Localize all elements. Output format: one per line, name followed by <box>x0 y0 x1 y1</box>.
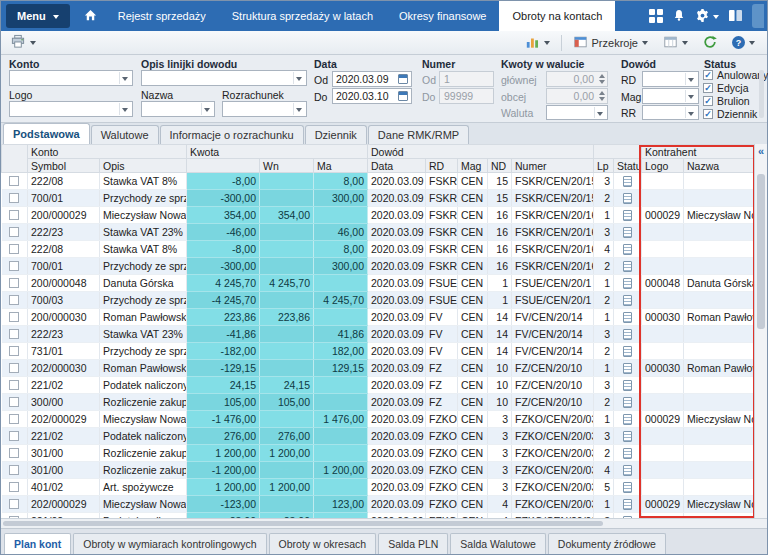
data-do-field[interactable]: 2020.03.10 <box>332 88 412 104</box>
vertical-scrollbar-thumb[interactable] <box>757 174 765 329</box>
horizontal-scrollbar-thumb[interactable] <box>3 521 603 526</box>
kwota-glownej-field[interactable]: 0,00 <box>546 71 608 87</box>
table-row[interactable]: 221/02Podatek naliczony VA24,1524,152020… <box>2 377 755 394</box>
column-header-rd[interactable]: RD <box>426 159 458 173</box>
select-column-header[interactable] <box>2 145 28 173</box>
column-header-lp[interactable]: Lp <box>594 159 614 173</box>
home-button[interactable] <box>77 1 105 31</box>
layout-panels-button[interactable] <box>728 9 743 24</box>
notifications-button[interactable] <box>672 8 686 25</box>
column-header-data[interactable]: Data <box>368 159 426 173</box>
logo-combo[interactable] <box>9 101 133 117</box>
view-tab[interactable]: Dane RMK/RMP <box>368 125 469 144</box>
row-checkbox[interactable] <box>9 465 19 475</box>
table-row[interactable]: 700/03Przychody ze sprzeda-4 245,704 245… <box>2 292 755 309</box>
row-checkbox[interactable] <box>9 380 19 390</box>
rd-combo[interactable] <box>642 71 699 87</box>
table-row[interactable]: 700/01Przychody ze sprzeda-300,00300,002… <box>2 190 755 207</box>
opis-combo[interactable] <box>141 70 307 86</box>
row-checkbox[interactable] <box>9 295 19 305</box>
row-checkbox[interactable] <box>9 482 19 492</box>
row-checkbox[interactable] <box>9 329 19 339</box>
row-checkbox[interactable] <box>9 176 19 186</box>
group-header-kwota[interactable]: Kwota <box>187 145 368 159</box>
column-header-logo[interactable]: Logo <box>642 159 684 173</box>
horizontal-scrollbar[interactable] <box>1 518 767 528</box>
table-row[interactable]: 221/02Podatek naliczony VA276,00276,0020… <box>2 428 755 445</box>
column-header-kwota-value[interactable] <box>187 159 260 173</box>
column-header-opis[interactable]: Opis <box>100 159 187 173</box>
edge-panel-button[interactable] <box>752 4 764 28</box>
view-tab[interactable]: Dziennik <box>305 125 367 144</box>
topbar-tab[interactable]: Okresy finansowe <box>386 1 499 31</box>
column-header-ma[interactable]: Ma <box>314 159 368 173</box>
collapse-panel-chevron[interactable]: « <box>755 144 767 160</box>
view-tab[interactable]: Walutowe <box>91 125 159 144</box>
row-checkbox[interactable] <box>9 397 19 407</box>
table-row[interactable]: 301/00Rozliczenie zakupu m-1 200,001 200… <box>2 462 755 479</box>
bottom-tab[interactable]: Plan kont <box>4 533 71 554</box>
table-row[interactable]: 202/000029Mieczysław Nowakow-123,00123,0… <box>2 496 755 513</box>
table-row[interactable]: 202/000030Roman Pawłowski-129,15129,1520… <box>2 360 755 377</box>
data-od-field[interactable]: 2020.03.09 <box>332 71 412 87</box>
bottom-tab[interactable]: Obroty w okresach <box>269 533 377 554</box>
help-button[interactable]: ? <box>728 34 759 51</box>
column-header-mag[interactable]: Mag <box>458 159 488 173</box>
mag-combo[interactable] <box>642 88 699 104</box>
table-row[interactable]: 222/23Stawka VAT 23%-46,0046,002020.03.0… <box>2 224 755 241</box>
table-row[interactable]: 222/08Stawka VAT 8%-8,008,002020.03.09FS… <box>2 173 755 190</box>
view-tab[interactable]: Informacje o rozrachunku <box>160 125 304 144</box>
table-row[interactable]: 202/000029Mieczysław Nowakow-1 476,001 4… <box>2 411 755 428</box>
group-header-dowod[interactable]: Dowód <box>368 145 594 159</box>
przekroje-button[interactable]: Przekroje <box>569 33 652 53</box>
waluta-combo[interactable] <box>546 105 608 120</box>
numer-do-field[interactable]: 99999 <box>439 88 494 104</box>
bottom-tab[interactable]: Salda Walutowe <box>450 533 545 554</box>
column-header-nazwa[interactable]: Nazwa <box>684 159 755 173</box>
view-table-button[interactable] <box>659 33 692 53</box>
row-checkbox[interactable] <box>9 414 19 424</box>
column-header-numer[interactable]: Numer <box>512 159 594 173</box>
status-list-scrollbar[interactable] <box>759 70 764 118</box>
table-row[interactable]: 731/01Przychody ze sprzeda-182,00182,002… <box>2 343 755 360</box>
row-checkbox[interactable] <box>9 363 19 373</box>
column-header-nd[interactable]: ND <box>488 159 512 173</box>
column-header-status[interactable]: Status <box>614 159 642 173</box>
table-row[interactable]: 401/02Art. spożywcze1 200,001 200,002020… <box>2 479 755 496</box>
bottom-tab[interactable]: Dokumenty źródłowe <box>548 533 666 554</box>
table-row[interactable]: 200/000029Mieczysław Nowakow354,00354,00… <box>2 207 755 224</box>
topbar-tab[interactable]: Rejestr sprzedaży <box>105 1 219 31</box>
chart-button[interactable] <box>521 33 554 53</box>
row-checkbox[interactable] <box>9 210 19 220</box>
kwota-obcej-field[interactable]: 0,00 <box>546 88 608 104</box>
vertical-scrollbar[interactable]: « <box>754 144 767 518</box>
row-checkbox[interactable] <box>9 448 19 458</box>
row-checkbox[interactable] <box>9 346 19 356</box>
menu-button[interactable]: Menu <box>6 4 70 28</box>
column-header-wn[interactable]: Wn <box>260 159 314 173</box>
bottom-tab[interactable]: Obroty w wymiarach kontrolingowych <box>73 533 266 554</box>
row-checkbox[interactable] <box>9 499 19 509</box>
row-checkbox[interactable] <box>9 278 19 288</box>
konto-combo[interactable] <box>9 70 133 86</box>
row-checkbox[interactable] <box>9 431 19 441</box>
group-header-konto[interactable]: Konto <box>28 145 187 159</box>
row-checkbox[interactable] <box>9 312 19 322</box>
group-header-kontrahent[interactable]: Kontrahent <box>642 145 755 159</box>
row-checkbox[interactable] <box>9 193 19 203</box>
table-row[interactable]: 200/000030Roman Pawłowski223,86223,86202… <box>2 309 755 326</box>
apps-grid-button[interactable] <box>649 9 663 23</box>
table-row[interactable]: 222/23Stawka VAT 23%-41,8641,862020.03.0… <box>2 326 755 343</box>
nazwa-combo[interactable] <box>141 101 215 117</box>
settings-button[interactable] <box>695 8 719 25</box>
numer-od-field[interactable]: 1 <box>439 71 494 87</box>
table-row[interactable]: 301/00Rozliczenie zakupu m1 200,001 200,… <box>2 445 755 462</box>
column-header-symbol[interactable]: Symbol <box>28 159 100 173</box>
table-row[interactable]: 200/000048Danuta Górska4 245,704 245,702… <box>2 275 755 292</box>
rozrachunek-combo[interactable] <box>222 101 307 117</box>
print-button[interactable] <box>6 32 40 53</box>
refresh-button[interactable] <box>699 33 721 53</box>
table-row[interactable]: 300/00Rozliczenie zakupu to105,00105,002… <box>2 394 755 411</box>
topbar-tab[interactable]: Struktura sprzedaży w latach <box>219 1 386 31</box>
bottom-tab[interactable]: Salda PLN <box>378 533 448 554</box>
